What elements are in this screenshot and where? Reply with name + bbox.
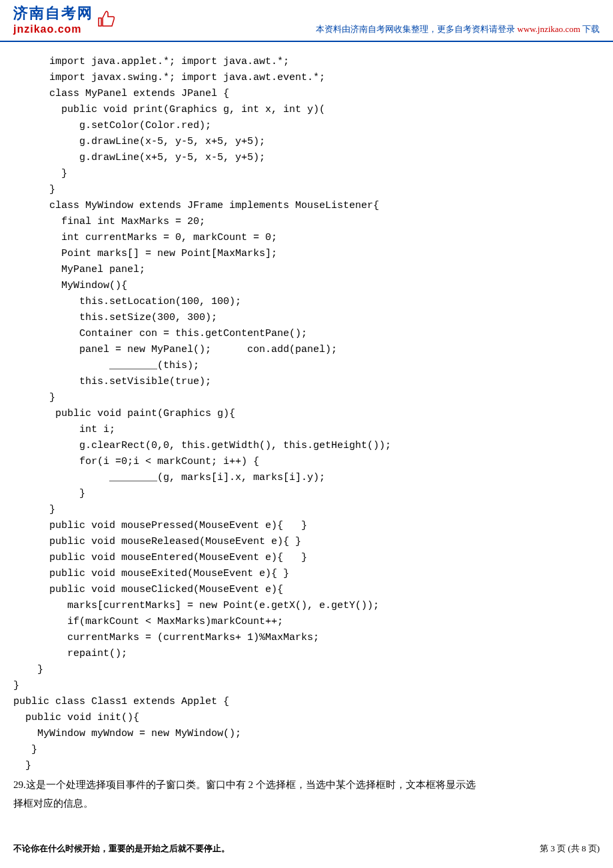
page-footer: 不论你在什么时候开始，重要的是开始之后就不要停止。 第 3 页 (共 8 页) [0, 836, 613, 861]
code-line: } [13, 486, 600, 502]
code-line: } [13, 166, 600, 182]
code-line: public void init(){ [13, 710, 600, 726]
code-line: final int MaxMarks = 20; [13, 214, 600, 230]
code-line: panel = new MyPanel(); con.add(panel); [13, 342, 600, 358]
page-content: import java.applet.*; import java.awt.*;… [0, 42, 613, 818]
code-line: } [13, 502, 600, 518]
code-line: public void mouseClicked(MouseEvent e){ [13, 582, 600, 598]
code-line: } [13, 742, 600, 758]
code-line: } [13, 662, 600, 678]
header-note: 本资料由济南自考网收集整理，更多自考资料请登录 www.jnzikao.com … [316, 23, 600, 35]
header-note-prefix: 本资料由济南自考网收集整理，更多自考资料请登录 [316, 24, 517, 34]
code-line: MyWindow myWndow = new MyWindow(); [13, 726, 600, 742]
logo-main-text: 济南自考网 [13, 3, 93, 23]
header-note-suffix: 下载 [580, 24, 600, 34]
code-line: int i; [13, 422, 600, 438]
code-line: Container con = this.getContentPane(); [13, 326, 600, 342]
code-line: } [13, 182, 600, 198]
code-line: public class Class1 extends Applet { [13, 694, 600, 710]
logo-sub-text: jnzikao.com [13, 23, 93, 35]
code-line: g.drawLine(x-5, y-5, x+5, y+5); [13, 134, 600, 150]
question-29-line1: 29.这是一个处理选择项目事件的子窗口类。窗口中有 2 个选择框，当选中某个选择… [13, 777, 600, 793]
code-line: Point marks[] = new Point[MaxMarks]; [13, 246, 600, 262]
code-line: public void print(Graphics g, int x, int… [13, 102, 600, 118]
code-line: public void mousePressed(MouseEvent e){ … [13, 518, 600, 534]
logo: 济南自考网 jnzikao.com [13, 3, 117, 35]
code-line: this.setSize(300, 300); [13, 310, 600, 326]
code-line: } [13, 758, 600, 774]
code-line: int currentMarks = 0, markCount = 0; [13, 230, 600, 246]
code-line: class MyPanel extends JPanel { [13, 86, 600, 102]
code-line: public void mouseEntered(MouseEvent e){ … [13, 550, 600, 566]
code-line: this.setLocation(100, 100); [13, 294, 600, 310]
footer-motto: 不论你在什么时候开始，重要的是开始之后就不要停止。 [13, 843, 230, 855]
code-line: MyWindow(){ [13, 278, 600, 294]
header-note-url: www.jnzikao.com [517, 24, 580, 34]
code-line: g.clearRect(0,0, this.getWidth(), this.g… [13, 438, 600, 454]
code-line: import java.applet.*; import java.awt.*; [13, 54, 600, 70]
page-header: 济南自考网 jnzikao.com 本资料由济南自考网收集整理，更多自考资料请登… [0, 0, 613, 42]
code-line: this.setVisible(true); [13, 374, 600, 390]
code-line: public void mouseReleased(MouseEvent e){… [13, 534, 600, 550]
code-line: for(i =0;i < markCount; i++) { [13, 454, 600, 470]
code-line: currentMarks = (currentMarks+ 1)%MaxMark… [13, 630, 600, 646]
code-line: MyPanel panel; [13, 262, 600, 278]
code-line: g.drawLine(x+5, y-5, x-5, y+5); [13, 150, 600, 166]
code-line: class MyWindow extends JFrame implements… [13, 198, 600, 214]
code-line: ________(this); [13, 358, 600, 374]
code-line: import javax.swing.*; import java.awt.ev… [13, 70, 600, 86]
code-line: } [13, 678, 600, 694]
code-line: } [13, 390, 600, 406]
code-line: ________(g, marks[i].x, marks[i].y); [13, 470, 600, 486]
code-line: public void paint(Graphics g){ [13, 406, 600, 422]
page-number: 第 3 页 (共 8 页) [540, 843, 600, 855]
code-line: g.setColor(Color.red); [13, 118, 600, 134]
code-line: repaint(); [13, 646, 600, 662]
code-line: public void mouseExited(MouseEvent e){ } [13, 566, 600, 582]
code-line: if(markCount < MaxMarks)markCount++; [13, 614, 600, 630]
question-29-line2: 择框对应的信息。 [13, 795, 600, 811]
code-line: marks[currentMarks] = new Point(e.getX()… [13, 598, 600, 614]
thumbs-up-icon [96, 7, 117, 31]
